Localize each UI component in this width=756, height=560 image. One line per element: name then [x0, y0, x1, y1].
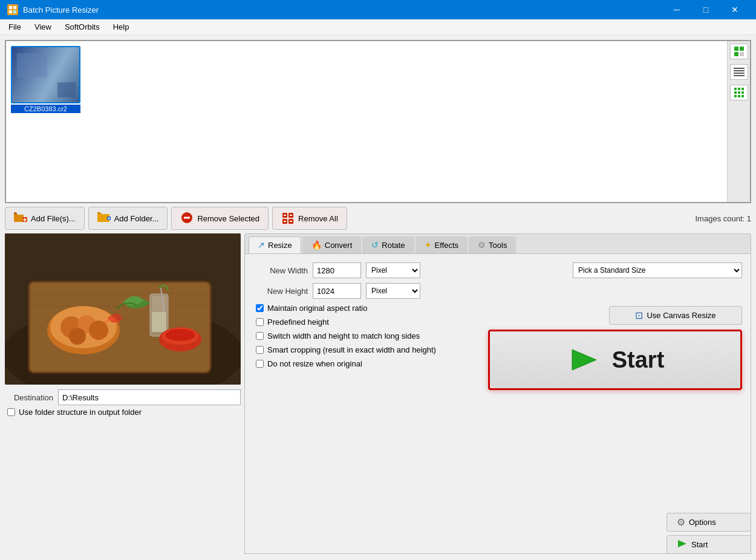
effects-icon: ✦	[425, 240, 432, 250]
svg-rect-19	[738, 95, 740, 97]
menu-file[interactable]: File	[2, 21, 27, 33]
maximize-button[interactable]: □	[692, 0, 720, 19]
minimize-button[interactable]: ─	[663, 0, 691, 19]
menu-softorbits[interactable]: SoftOrbits	[59, 21, 106, 33]
small-start-arrow-icon	[677, 539, 688, 550]
title-bar: Batch Picture Resizer ─ □ ✕	[0, 0, 756, 19]
bottom-right-buttons: ⚙ Options Start	[666, 513, 751, 554]
start-button-main[interactable]: Start	[488, 330, 742, 390]
close-button[interactable]: ✕	[721, 0, 749, 19]
remove-selected-icon	[180, 212, 194, 226]
svg-rect-10	[734, 73, 745, 74]
view-grid-button[interactable]	[730, 85, 748, 100]
tab-content-resize: New Width Pixel Percent Inch Cm Pick a S…	[244, 253, 751, 554]
use-canvas-resize-label: Use Canvas Resize	[647, 311, 715, 320]
add-folder-label: Add Folder...	[114, 214, 159, 223]
app-title: Batch Picture Resizer	[23, 5, 99, 15]
start-button-small[interactable]: Start	[666, 535, 751, 554]
remove-all-icon	[281, 212, 295, 226]
image-list-container: CZ2B0383.cr2	[5, 40, 751, 203]
standard-size-select[interactable]: Pick a Standard Size	[573, 262, 742, 278]
svg-point-61	[165, 329, 195, 341]
tab-convert[interactable]: 🔥 Convert	[302, 236, 362, 253]
svg-rect-15	[734, 91, 737, 94]
predefined-height-row: Predefined height	[253, 317, 478, 327]
menu-view[interactable]: View	[28, 21, 57, 33]
image-item[interactable]: CZ2B0383.cr2	[11, 46, 80, 113]
svg-rect-17	[741, 91, 744, 94]
destination-input[interactable]	[58, 389, 241, 405]
svg-rect-0	[9, 6, 12, 9]
menu-help[interactable]: Help	[107, 21, 135, 33]
smart-cropping-checkbox[interactable]	[256, 346, 264, 354]
width-input[interactable]	[313, 262, 361, 278]
options-button[interactable]: ⚙ Options	[666, 513, 751, 532]
tab-rotate[interactable]: ↺ Rotate	[362, 236, 414, 253]
height-input[interactable]	[313, 283, 361, 299]
resize-icon: ↗	[258, 240, 265, 250]
do-not-resize-label[interactable]: Do not resize when original	[267, 359, 362, 368]
svg-rect-14	[741, 88, 744, 90]
width-unit-select[interactable]: Pixel Percent Inch Cm	[366, 262, 420, 278]
maintain-aspect-label[interactable]: Maintain original aspect ratio	[267, 304, 367, 313]
svg-marker-27	[97, 212, 102, 214]
tools-icon: ⚙	[478, 240, 486, 250]
svg-rect-18	[734, 95, 737, 97]
view-list-button[interactable]	[730, 64, 748, 80]
toolbar: Add File(s)... Add Folder... Remove Sele…	[5, 207, 751, 230]
images-count: Images count: 1	[696, 214, 752, 223]
maintain-aspect-ratio-row: Maintain original aspect ratio	[253, 304, 478, 313]
start-section: Start	[488, 330, 742, 390]
svg-marker-64	[678, 540, 686, 547]
height-unit-select[interactable]: Pixel Percent Inch Cm	[366, 283, 420, 299]
new-width-label: New Width	[253, 266, 308, 275]
svg-rect-21	[14, 215, 24, 222]
image-thumbnail	[11, 46, 80, 103]
folder-structure-label[interactable]: Use folder structure in output folder	[19, 408, 142, 417]
remove-selected-button[interactable]: Remove Selected	[171, 207, 269, 230]
destination-label: Destination	[5, 393, 53, 402]
food-svg	[5, 233, 241, 385]
add-files-label: Add File(s)...	[31, 214, 76, 223]
maintain-aspect-checkbox[interactable]	[256, 304, 264, 312]
tab-effects[interactable]: ✦ Effects	[415, 236, 468, 253]
tab-tools[interactable]: ⚙ Tools	[469, 236, 516, 253]
title-bar-left: Batch Picture Resizer	[7, 4, 99, 15]
remove-all-label: Remove All	[298, 214, 338, 223]
svg-rect-11	[734, 75, 745, 76]
menu-bar: File View SoftOrbits Help	[0, 19, 756, 35]
smart-cropping-label[interactable]: Smart cropping (result in exact width an…	[267, 345, 436, 354]
folder-structure-checkbox[interactable]	[7, 408, 15, 416]
svg-rect-4	[734, 47, 738, 51]
svg-rect-6	[734, 52, 738, 56]
new-height-label: New Height	[253, 287, 308, 296]
add-files-button[interactable]: Add File(s)...	[5, 207, 85, 230]
do-not-resize-row: Do not resize when original	[253, 359, 478, 368]
use-canvas-resize-button[interactable]: ⊡ Use Canvas Resize	[609, 306, 742, 325]
remove-all-button[interactable]: Remove All	[272, 207, 347, 230]
svg-rect-8	[734, 68, 745, 69]
image-filename: CZ2B0383.cr2	[11, 105, 80, 113]
svg-rect-20	[741, 95, 744, 97]
folder-structure-row: Use folder structure in output folder	[5, 408, 241, 417]
main-window: CZ2B0383.cr2 Add File(s)...	[0, 35, 756, 559]
canvas-icon: ⊡	[635, 310, 643, 321]
svg-rect-5	[740, 47, 744, 51]
preview-panel: Destination Use folder structure in outp…	[5, 233, 241, 554]
do-not-resize-checkbox[interactable]	[256, 360, 264, 368]
tab-tools-label: Tools	[489, 241, 507, 250]
destination-row: Destination	[5, 389, 241, 405]
start-arrow-icon	[566, 345, 602, 375]
svg-rect-2	[9, 10, 12, 13]
switch-width-height-checkbox[interactable]	[256, 332, 264, 340]
switch-width-height-label[interactable]: Switch width and height to match long si…	[267, 331, 420, 340]
tab-resize[interactable]: ↗ Resize	[249, 236, 301, 253]
preview-image	[5, 233, 241, 385]
add-folder-button[interactable]: Add Folder...	[88, 207, 168, 230]
predefined-height-label[interactable]: Predefined height	[267, 317, 329, 327]
svg-marker-62	[572, 350, 596, 370]
add-files-icon	[14, 211, 27, 226]
view-thumbnails-button[interactable]	[730, 44, 748, 59]
remove-selected-label: Remove Selected	[197, 214, 259, 223]
predefined-height-checkbox[interactable]	[256, 318, 264, 326]
